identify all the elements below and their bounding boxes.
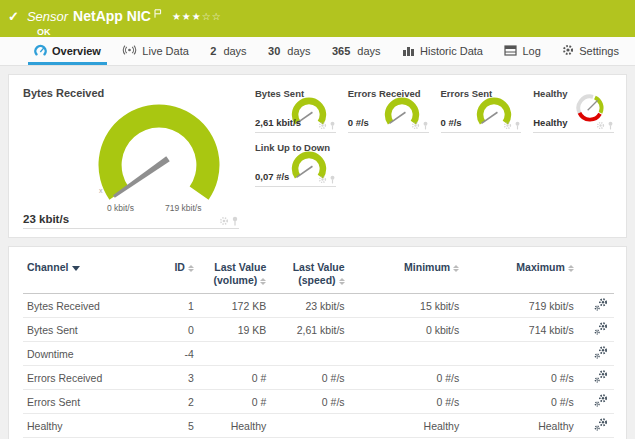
table-row: Downtime -4 <box>23 342 614 366</box>
column-header-channel[interactable]: Channel <box>23 259 156 294</box>
sort-desc-icon <box>72 266 80 271</box>
channel-settings-gears-icon[interactable] <box>594 346 608 361</box>
gauge-current-value: 23 kbit/s <box>23 213 69 225</box>
tab-overview[interactable]: Overview <box>28 37 107 65</box>
gauge-pin-icon[interactable] <box>422 121 429 130</box>
column-sublabel: (speed) <box>298 274 335 286</box>
gauge-bytes-received[interactable]: Bytes Received x 0 kbit/s 719 kbit/s 23 … <box>23 87 239 229</box>
gauge-current-value: Healthy <box>533 117 567 128</box>
last-value-speed-cell: 23 kbit/s <box>270 294 348 318</box>
channel-settings-gears-icon[interactable] <box>594 298 608 313</box>
gauge-pin-icon[interactable] <box>607 121 614 130</box>
sort-icon <box>339 278 345 285</box>
column-header-maximum[interactable]: Maximum <box>463 259 578 294</box>
channel-id-cell: 3 <box>156 366 198 390</box>
tab-30-text: days <box>287 45 310 57</box>
column-header-id[interactable]: ID <box>156 259 198 294</box>
gauge-scale-max: 719 kbit/s <box>165 203 201 213</box>
minimum-cell: 0 #/s <box>349 366 464 390</box>
minimum-cell: 0 #/s <box>349 390 464 414</box>
maximum-cell: 714 kbit/s <box>463 318 578 342</box>
bytes-received-gauge-dial <box>93 99 225 205</box>
tab-log-label: Log <box>522 45 540 57</box>
tab-365-text: days <box>357 45 380 57</box>
channels-table: Channel ID Last Value (volume) Last Valu… <box>23 259 614 439</box>
last-value-volume-cell: 172 KB <box>198 294 270 318</box>
tab-2-text: days <box>223 45 246 57</box>
gauge-pin-icon[interactable] <box>329 175 336 184</box>
tab-log[interactable]: Log <box>498 37 546 65</box>
settings-gear-icon <box>562 44 574 58</box>
tab-settings[interactable]: Settings <box>556 37 625 65</box>
channel-name-cell[interactable]: Bytes Sent <box>23 318 156 342</box>
channel-id-cell: 2 <box>156 390 198 414</box>
sort-icon <box>260 278 266 285</box>
gauge-pin-icon[interactable] <box>514 121 521 130</box>
stars-empty: ☆☆ <box>202 11 222 22</box>
priority-flag-icon[interactable] <box>154 4 162 22</box>
channel-id-cell: 0 <box>156 318 198 342</box>
log-table-icon <box>504 45 517 58</box>
tab-historic-label: Historic Data <box>420 45 483 57</box>
gauge-pin-icon[interactable] <box>231 216 239 226</box>
channel-settings-gears-icon[interactable] <box>594 322 608 337</box>
last-value-speed-cell <box>270 342 348 366</box>
gauge-label: Bytes Received <box>23 87 239 99</box>
channel-name-cell[interactable]: Errors Received <box>23 366 156 390</box>
channel-name-cell[interactable]: Downtime <box>23 342 156 366</box>
column-label: Last Value <box>202 261 266 274</box>
tab-historic-data[interactable]: Historic Data <box>396 37 489 65</box>
minimum-cell: Healthy <box>349 414 464 438</box>
gauge-bytes-sent[interactable]: Bytes Sent 2,61 kbit/s <box>255 87 336 133</box>
tab-live-data[interactable]: Live Data <box>116 37 194 65</box>
gauge-pin-icon[interactable] <box>329 121 336 130</box>
gauge-settings-gear-icon[interactable] <box>596 121 605 130</box>
gauge-settings-gear-icon[interactable] <box>318 121 327 130</box>
channel-name-cell[interactable]: Bytes Received <box>23 294 156 318</box>
stars-filled: ★★★ <box>172 11 202 22</box>
tab-settings-label: Settings <box>579 45 619 57</box>
gauge-link-up-to-down[interactable]: Link Up to Down 0,07 #/s <box>255 141 336 187</box>
maximum-cell: 719 kbit/s <box>463 294 578 318</box>
last-value-volume-cell <box>198 342 270 366</box>
tab-bar: Overview Live Data 2days 30days 365days … <box>0 37 635 66</box>
gauge-settings-gear-icon[interactable] <box>411 121 420 130</box>
gauge-current-value: 0 #/s <box>348 117 369 128</box>
tab-365-days[interactable]: 365days <box>326 37 387 65</box>
gauge-current-value: 0 #/s <box>441 117 462 128</box>
gauge-scale-min: 0 kbit/s <box>107 203 134 213</box>
gauge-current-value: 2,61 kbit/s <box>255 117 301 128</box>
channels-table-panel: Channel ID Last Value (volume) Last Valu… <box>8 246 627 439</box>
column-header-last-value-volume[interactable]: Last Value (volume) <box>198 259 270 294</box>
gauge-healthy[interactable]: Healthy Healthy <box>533 87 614 133</box>
sensor-type-label: Sensor <box>27 9 68 24</box>
gauge-errors-sent[interactable]: Errors Sent 0 #/s <box>441 87 522 133</box>
maximum-cell: Healthy <box>463 414 578 438</box>
last-value-volume-cell: 0 # <box>198 390 270 414</box>
tab-2-days[interactable]: 2days <box>204 37 252 65</box>
last-value-speed-cell: 0 #/s <box>270 390 348 414</box>
sort-icon <box>188 265 194 272</box>
column-label: Channel <box>27 261 68 273</box>
table-row: Bytes Received 1 172 KB 23 kbit/s 15 kbi… <box>23 294 614 318</box>
priority-stars[interactable]: ★★★☆☆ <box>172 11 222 22</box>
tab-365-num: 365 <box>332 45 350 57</box>
minimum-cell: 15 kbit/s <box>349 294 464 318</box>
gauge-settings-gear-icon[interactable] <box>318 175 327 184</box>
column-header-last-value-speed[interactable]: Last Value (speed) <box>270 259 348 294</box>
tab-live-data-label: Live Data <box>142 45 188 57</box>
channel-settings-gears-icon[interactable] <box>594 418 608 433</box>
channel-name-cell[interactable]: Healthy <box>23 414 156 438</box>
channel-name-cell[interactable]: Errors Sent <box>23 390 156 414</box>
gauge-errors-received[interactable]: Errors Received 0 #/s <box>348 87 429 133</box>
channel-settings-gears-icon[interactable] <box>594 394 608 409</box>
column-header-minimum[interactable]: Minimum <box>349 259 464 294</box>
sensor-header: ✓ Sensor NetApp NIC ★★★☆☆ OK <box>0 0 635 37</box>
tab-30-days[interactable]: 30days <box>262 37 317 65</box>
gauge-settings-gear-icon[interactable] <box>219 216 229 226</box>
sensor-name[interactable]: NetApp NIC <box>73 8 151 24</box>
healthy-status-gauge-dial <box>574 92 606 124</box>
channel-settings-gears-icon[interactable] <box>594 370 608 385</box>
column-sublabel: (volume) <box>213 274 257 286</box>
gauge-settings-gear-icon[interactable] <box>503 121 512 130</box>
